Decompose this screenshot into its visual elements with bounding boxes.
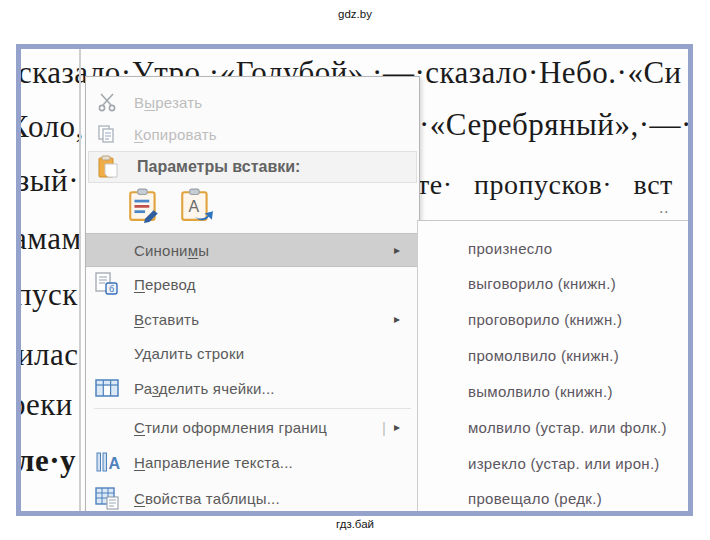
menu-item-delete-rows-label: Удалить строки <box>134 345 244 362</box>
submenu-item[interactable]: выговорило (книжн.) <box>418 270 689 296</box>
menu-item-text-direction-label: Направление текста... <box>134 454 293 471</box>
clipboard-icon <box>95 154 121 180</box>
translate-icon: б <box>94 271 120 297</box>
menu-item-split-cells-label: Разделить ячейки... <box>134 380 275 397</box>
menu-item-copy-label: Копировать <box>134 126 217 143</box>
menu-item-synonyms[interactable]: Синонимы ▸ <box>86 233 419 267</box>
text-direction-icon: A <box>94 449 120 475</box>
scissors-icon <box>94 89 120 115</box>
split-cells-icon <box>94 375 120 401</box>
copy-pages-icon <box>94 121 120 147</box>
menu-item-translate[interactable]: б Перевод <box>86 268 419 300</box>
menu-item-border-styles-label: Стили оформления границ <box>134 419 327 436</box>
doc-dots-fragment: .. <box>659 199 669 217</box>
paste-options-label: Параметры вставки: <box>137 158 300 176</box>
svg-text:A: A <box>189 198 200 215</box>
menu-item-insert[interactable]: Вставить ▸ <box>86 304 419 334</box>
paste-options-header: Параметры вставки: <box>88 151 417 183</box>
doc-line-7-left: реки <box>16 387 73 423</box>
paste-text-only-icon[interactable]: A <box>178 186 214 224</box>
submenu-arrow-icon: ▸ <box>394 312 400 326</box>
submenu-item[interactable]: провещало (редк.) <box>418 485 689 511</box>
menu-item-table-properties-label: Свойства таблицы... <box>134 490 280 507</box>
site-caption-top: gdz.by <box>0 8 710 20</box>
site-caption-bottom: гдз.бай <box>0 518 710 530</box>
doc-line-2-right: ·«Серебряный»,·—·с <box>419 107 693 143</box>
submenu-item[interactable]: промолвило (книжн.) <box>418 342 689 368</box>
split-button-divider: | <box>382 419 386 436</box>
table-properties-icon <box>94 485 120 511</box>
menu-item-table-properties[interactable]: Свойства таблицы... <box>86 482 419 514</box>
menu-item-cut-label: Вырезать <box>134 94 202 111</box>
submenu-item[interactable]: изрекло (устар. или ирон.) <box>418 450 689 476</box>
menu-item-copy: Копировать <box>86 119 419 149</box>
context-menu: Вырезать Копировать Параметры вставки: A… <box>85 76 420 513</box>
menu-item-split-cells[interactable]: Разделить ячейки... <box>86 372 419 404</box>
doc-line-5-left: пуск <box>16 277 78 313</box>
submenu-arrow-icon: ▸ <box>394 420 400 434</box>
menu-item-text-direction[interactable]: A Направление текста... <box>86 446 419 478</box>
svg-text:б: б <box>109 284 114 294</box>
submenu-item[interactable]: вымолвило (книжн.) <box>418 378 689 404</box>
doc-line-4-left: амам <box>16 221 82 257</box>
submenu-item[interactable]: молвило (устар. или фолк.) <box>418 414 689 440</box>
doc-line-6-left: илас <box>17 337 79 373</box>
submenu-item[interactable]: произнесло <box>418 235 689 261</box>
svg-text:A: A <box>109 455 121 472</box>
menu-item-delete-rows[interactable]: Удалить строки <box>86 338 419 368</box>
screenshot-frame: сказало·Утро.·«Голубой»,·—·сказало·Небо.… <box>16 44 693 516</box>
synonyms-submenu: произнесло выговорило (книжн.) проговори… <box>417 220 689 512</box>
doc-line-3-left: зый· <box>17 163 79 199</box>
submenu-item[interactable]: проговорило (книжн.) <box>418 306 689 332</box>
doc-line-2-left: Холо, <box>16 109 84 145</box>
doc-line-3-right: те· пропусков· вст <box>417 169 673 201</box>
menu-item-translate-label: Перевод <box>134 276 196 293</box>
table-gridline <box>79 49 81 511</box>
menu-item-border-styles[interactable]: Стили оформления границ | ▸ <box>86 412 419 442</box>
menu-separator <box>94 408 411 409</box>
paste-keep-formatting-icon[interactable] <box>126 186 162 224</box>
menu-item-insert-label: Вставить <box>134 311 199 328</box>
submenu-arrow-icon: ▸ <box>394 243 400 257</box>
menu-item-synonyms-label: Синонимы <box>134 242 209 259</box>
menu-item-cut: Вырезать <box>86 87 419 117</box>
doc-line-8-left: ле·у <box>17 443 76 479</box>
